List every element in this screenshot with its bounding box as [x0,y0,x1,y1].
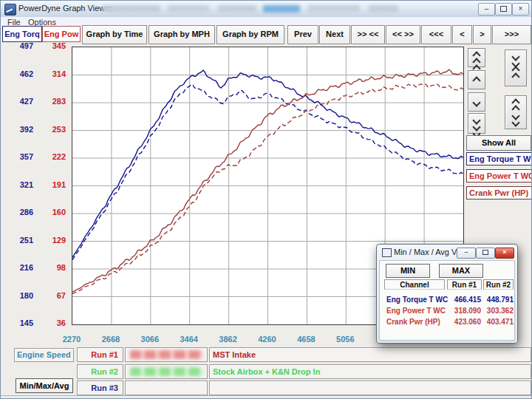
run2-value: 303.362 [483,307,514,315]
axis-toggle-power[interactable]: Eng Pow [42,26,81,42]
axis-tick-label: 497 [7,41,33,50]
popup-close-button[interactable]: × [495,248,514,259]
run1-value: 318.090 [447,307,481,315]
run2-note-field[interactable]: Stock Airbox + K&N Drop In [209,364,531,379]
redacted-filepath [308,5,360,13]
run2-value: 403.471 [483,318,514,326]
axis-tick-label: 98 [38,263,66,272]
run1-column-header: Run #1 [447,279,482,290]
window-title: PowerDyne Graph Viewer [18,4,112,13]
close-button[interactable]: × [512,3,529,16]
graph-by-mph-button[interactable]: Graph by MPH [149,25,215,44]
axis-tick-label: 145 [7,318,33,327]
run1-value: 466.415 [447,296,481,304]
channel-name: Eng Power T WC [386,307,446,315]
run1-name-field[interactable] [125,347,208,362]
legend-eng-power[interactable]: Eng Power T WC [466,169,532,183]
pan-far-left-button[interactable]: <<< [421,25,451,44]
axis-tick-label: 253 [38,125,66,134]
min-button[interactable]: MIN [386,264,430,278]
axis-tick-label: 191 [38,180,66,189]
axis-tick-label: 392 [7,125,33,134]
graph-by-rpm-button[interactable]: Graph by RPM [216,25,284,44]
run1-button[interactable]: Run #1 [77,347,123,362]
axis-tick-label: 283 [38,97,66,106]
chevron-up-icon [511,72,519,81]
legend-crank-pwr[interactable]: Crank Pwr (HP) [466,186,532,200]
app-icon [4,4,16,16]
axis-tick-label: 314 [38,69,66,78]
chevron-down-icon [472,98,480,106]
axis-tick-label: 2668 [96,335,126,344]
axis-tick-label: 345 [38,41,66,50]
expand-vertical-button[interactable] [505,95,527,129]
run3-name-field[interactable] [125,381,208,395]
axis-tick-label: 3464 [174,335,204,344]
max-button[interactable]: MAX [439,264,483,278]
pan-far-right-button[interactable]: >>> [492,25,531,44]
axis-tick-label: 129 [38,236,66,245]
popup-restore-button[interactable] [476,248,495,259]
axis-tick-label: 357 [7,152,33,161]
redacted-filepath [369,5,398,13]
popup-restore-icon [482,250,488,255]
minmax-popup-body: MIN MAX Channel Run #1 Run #2 Eng Torque… [379,260,515,341]
axis-tick-label: 462 [7,69,33,78]
redacted-filepath [103,5,160,13]
scroll-down-fast-button[interactable] [468,113,485,134]
redacted-run2-name [130,367,202,376]
channel-column-header: Channel [384,279,445,290]
redacted-run1-name [130,350,202,359]
next-button[interactable]: Next [319,25,350,44]
axis-tick-label: 36 [38,318,66,327]
redacted-filepath [168,5,209,13]
axis-tick-label: 222 [38,152,66,161]
pan-right-button[interactable]: > [473,25,491,44]
redacted-filepath-selected [263,5,300,13]
chevron-down-icon [511,118,519,126]
axis-tick-label: 427 [7,97,33,106]
scroll-down-button[interactable] [468,92,485,112]
minmax-popup-window[interactable]: Min / Max / Avg Val... – × MIN MAX Chann… [376,244,518,344]
prev-button[interactable]: Prev [287,25,318,44]
axis-tick-label: 216 [7,263,33,272]
title-bar: PowerDyne Graph Viewer – × [1,1,532,18]
run2-name-field[interactable] [125,364,208,379]
show-all-button[interactable]: Show All [466,135,531,151]
axis-tick-label: 67 [38,291,66,300]
legend-eng-torque[interactable]: Eng Torque T WC [466,152,532,166]
run3-button[interactable]: Run #3 [77,381,123,395]
zoom-out-x-button[interactable]: << >> [386,25,420,44]
channel-name: Eng Torque T WC [386,296,448,304]
zoom-in-x-button[interactable]: >> << [351,25,385,44]
axis-tick-label: 286 [7,208,33,216]
graph-by-time-button[interactable]: Graph by Time [82,25,147,44]
pan-left-button[interactable]: < [452,25,472,44]
minmax-avg-button[interactable]: Min/Max/Avg [16,378,73,393]
axis-tick-label: 160 [38,208,66,216]
run2-value: 448.791 [483,296,514,304]
popup-minimize-button[interactable]: – [457,248,476,259]
window-bottom-edge [1,395,531,396]
channel-name: Crank Pwr (HP) [386,318,440,326]
minimize-button[interactable]: – [478,3,495,16]
run1-note-field[interactable]: MST Intake [209,347,531,362]
collapse-vertical-button[interactable] [505,50,527,86]
restore-icon [500,6,507,12]
redacted-filepath [218,5,256,13]
axis-tick-label: 4260 [253,335,282,344]
axis-tick-label: 4658 [291,335,321,344]
axis-toggle-torque[interactable]: Eng Torq [2,26,42,42]
axis-tick-label: 5056 [330,335,360,344]
popup-icon [382,248,392,257]
axis-tick-label: 251 [7,236,33,245]
restore-button[interactable] [495,3,512,16]
run3-note-field[interactable] [209,381,531,395]
axis-tick-label: 2270 [57,335,86,344]
run2-column-header: Run #2 [483,279,514,290]
scroll-up-fast-button[interactable] [468,48,485,67]
scroll-up-button[interactable] [468,70,485,89]
run2-button[interactable]: Run #2 [77,364,123,379]
run1-value: 423.060 [447,318,481,326]
axis-tick-label: 180 [7,291,33,300]
